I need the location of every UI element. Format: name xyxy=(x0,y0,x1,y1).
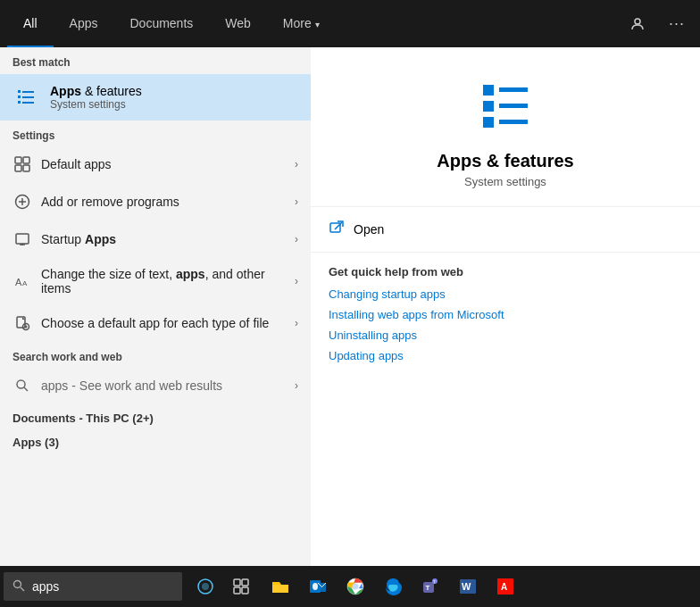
search-web-chevron: › xyxy=(295,379,298,392)
main-area: Best match Apps & features System settin… xyxy=(0,47,700,566)
svg-rect-28 xyxy=(499,87,528,92)
open-icon xyxy=(329,220,345,239)
taskbar-task-view-button[interactable] xyxy=(223,569,259,604)
svg-text:T: T xyxy=(426,584,430,592)
taskbar-search-text: apps xyxy=(32,579,59,594)
svg-rect-25 xyxy=(483,85,494,96)
taskbar-file-explorer[interactable] xyxy=(262,569,298,604)
taskbar-word[interactable]: W xyxy=(450,569,486,604)
tab-apps[interactable]: Apps xyxy=(54,0,114,47)
teams-icon: T T xyxy=(421,577,440,596)
menu-item-default-apps[interactable]: Default apps › xyxy=(0,146,311,183)
best-match-item[interactable]: Apps & features System settings xyxy=(0,74,311,121)
tab-more[interactable]: More xyxy=(267,0,336,47)
add-remove-label: Add or remove programs xyxy=(41,195,295,209)
tab-all-label: All xyxy=(23,16,38,30)
svg-rect-6 xyxy=(22,102,34,104)
svg-text:A: A xyxy=(501,582,507,592)
svg-rect-39 xyxy=(234,587,240,594)
taskbar-edge[interactable] xyxy=(375,569,411,604)
svg-rect-27 xyxy=(483,117,494,128)
best-match-subtitle: System settings xyxy=(50,98,142,111)
open-section[interactable]: Open xyxy=(311,206,700,252)
svg-point-49 xyxy=(353,584,359,590)
taskbar-search[interactable]: apps xyxy=(4,572,182,601)
svg-rect-3 xyxy=(18,96,21,98)
svg-rect-31 xyxy=(330,223,340,232)
svg-rect-26 xyxy=(483,101,494,112)
help-link-1[interactable]: Changing startup apps xyxy=(329,287,682,301)
app-detail-icon xyxy=(474,74,537,140)
choose-default-chevron: › xyxy=(295,317,298,329)
tab-apps-label: Apps xyxy=(70,16,98,30)
svg-rect-38 xyxy=(242,579,248,586)
help-link-3[interactable]: Uninstalling apps xyxy=(329,328,682,342)
person-icon-button[interactable] xyxy=(621,8,654,40)
svg-rect-1 xyxy=(18,90,21,93)
taskbar-chrome[interactable] xyxy=(338,569,373,604)
help-link-2[interactable]: Installing web apps from Microsoft xyxy=(329,308,682,321)
apps-section[interactable]: Apps (3) xyxy=(0,428,311,453)
taskbar-teams[interactable]: T T xyxy=(412,569,448,604)
tab-documents-label: Documents xyxy=(129,16,193,30)
svg-text:A: A xyxy=(15,277,22,287)
add-remove-chevron: › xyxy=(295,195,298,208)
svg-rect-37 xyxy=(234,579,240,586)
svg-point-23 xyxy=(17,380,25,388)
svg-rect-7 xyxy=(15,157,21,163)
list-icon-svg xyxy=(16,87,38,108)
svg-rect-30 xyxy=(499,120,528,124)
tab-all[interactable]: All xyxy=(7,0,54,47)
chevron-down-icon xyxy=(315,16,320,30)
app-detail-title: Apps & features xyxy=(437,151,573,171)
word-icon: W xyxy=(458,577,478,596)
choose-default-icon xyxy=(12,313,32,333)
help-link-4[interactable]: Updating apps xyxy=(329,349,682,362)
svg-point-0 xyxy=(635,19,640,24)
search-web-item[interactable]: apps - See work and web results › xyxy=(0,367,311,404)
taskbar-search-icon xyxy=(12,579,25,595)
tab-web[interactable]: Web xyxy=(209,0,267,47)
svg-rect-10 xyxy=(23,165,29,171)
search-web-label: Search work and web xyxy=(0,342,311,367)
change-size-chevron: › xyxy=(295,275,298,287)
svg-text:W: W xyxy=(462,581,471,592)
cortana-icon xyxy=(196,578,214,595)
svg-line-34 xyxy=(21,587,24,591)
taskbar-apps: T T W A xyxy=(262,569,523,604)
open-label: Open xyxy=(354,222,384,237)
left-panel: Best match Apps & features System settin… xyxy=(0,47,311,566)
menu-item-startup-apps[interactable]: Startup Apps › xyxy=(0,220,311,258)
help-title: Get quick help from web xyxy=(329,265,682,279)
help-section: Get quick help from web Changing startup… xyxy=(311,252,700,382)
menu-item-choose-default[interactable]: Choose a default app for each type of fi… xyxy=(0,304,311,342)
change-size-icon: A A xyxy=(12,271,32,291)
menu-item-add-remove[interactable]: Add or remove programs › xyxy=(0,183,311,220)
ellipsis-icon: ··· xyxy=(669,14,685,33)
app-detail: Apps & features System settings xyxy=(311,47,700,206)
best-match-label: Best match xyxy=(0,47,311,74)
documents-section[interactable]: Documents - This PC (2+) xyxy=(0,404,311,428)
adobe-icon: A xyxy=(496,577,515,596)
svg-rect-8 xyxy=(23,157,29,163)
taskbar-cortana-button[interactable] xyxy=(188,569,223,604)
choose-default-label: Choose a default app for each type of fi… xyxy=(41,316,295,330)
svg-text:A: A xyxy=(22,279,28,287)
menu-item-change-size[interactable]: A A Change the size of text, apps, and o… xyxy=(0,258,311,304)
chrome-icon xyxy=(346,577,365,596)
edge-icon xyxy=(383,577,403,596)
search-icon xyxy=(12,376,32,395)
best-match-title: Apps & features xyxy=(50,84,142,98)
search-query: apps xyxy=(41,378,68,393)
taskbar-adobe[interactable]: A xyxy=(488,569,523,604)
tab-web-label: Web xyxy=(225,16,251,30)
ellipsis-button[interactable]: ··· xyxy=(661,8,693,40)
best-match-text: Apps & features System settings xyxy=(50,84,142,111)
svg-point-42 xyxy=(312,583,318,590)
apps-features-large-icon xyxy=(474,74,537,137)
taskbar: apps xyxy=(0,566,700,607)
search-subtext: - See work and web results xyxy=(68,378,222,393)
change-size-label: Change the size of text, apps, and other… xyxy=(41,267,295,295)
tab-documents[interactable]: Documents xyxy=(113,0,209,47)
taskbar-outlook[interactable] xyxy=(300,569,336,604)
